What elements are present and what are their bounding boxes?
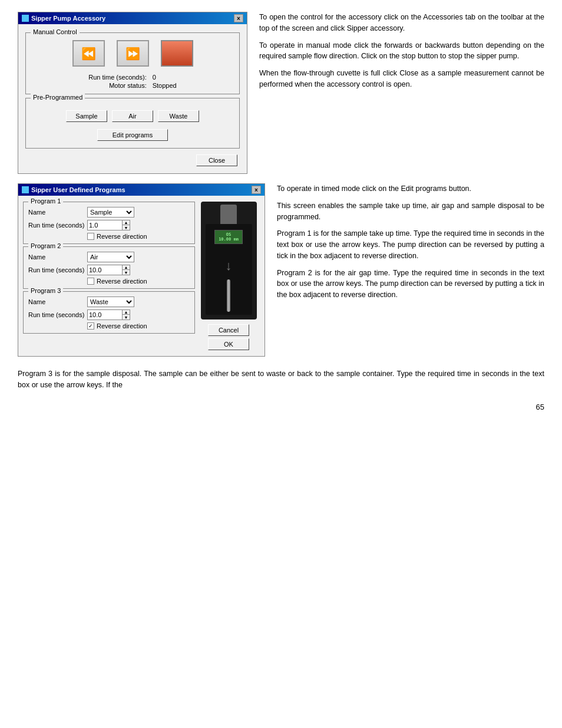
device-tube [227,279,230,312]
screen-line1: OS [216,232,241,237]
prog2-runtime-wrap: ▲ ▼ [87,265,130,275]
prog1-name-select[interactable]: Sample [87,207,134,218]
sipper-pump-dialog: Sipper Pump Accessory × Manual Control ⏪… [18,12,247,174]
bottom-text-column: To operate in timed mode click on the Ed… [277,183,544,357]
prog3-reverse-checkbox[interactable]: ✓ [87,322,94,330]
image-panel: OS 10.00 mm ↓ Cancel OK [196,199,261,353]
text-para6: Program 1 is for the sample take up time… [277,228,544,261]
waste-button[interactable]: Waste [158,110,199,122]
device-cap [220,205,237,225]
prog2-name-input-wrap: Air [87,252,134,262]
device-image: OS 10.00 mm ↓ [201,202,257,319]
titlebar-left: Sipper Pump Accessory [22,15,105,22]
udp-close-icon[interactable]: × [252,186,261,194]
bottom-text-area: Program 3 is for the sample disposal. Th… [18,368,544,391]
program2-group: Program 2 Name Air Run time (seconds) [23,246,195,289]
program1-group: Program 1 Name Sample Run time (seconds) [23,202,195,244]
program3-label: Program 3 [28,287,63,294]
prog2-reverse-checkbox[interactable] [87,278,94,285]
stop-button[interactable] [161,40,193,67]
preprog-buttons: Sample Air Waste [31,106,234,122]
page-content: Sipper Pump Accessory × Manual Control ⏪… [18,12,544,411]
titlebar-icon [22,15,29,22]
program3-group: Program 3 Name Waste Run time (seconds) [23,291,195,334]
prog1-spin-up[interactable]: ▲ [123,220,130,225]
prog2-spin-down[interactable]: ▼ [123,270,130,275]
edit-programs-button[interactable]: Edit programs [97,129,168,141]
prog1-name-row: Name Sample [28,207,190,218]
prog1-checkbox-row: Reverse direction [87,233,190,240]
text-para3: When the flow-through cuvette is full cl… [259,68,544,90]
bottom-para1: Program 3 is for the sample disposal. Th… [18,368,544,391]
prog2-spin-arrows: ▲ ▼ [123,265,130,275]
prog3-name-label: Name [28,298,87,305]
sipper-pump-titlebar: Sipper Pump Accessory × [18,12,247,24]
close-icon[interactable]: × [234,14,243,22]
manual-control-label: Manual Control [31,28,80,35]
prog3-spin-arrows: ▲ ▼ [123,309,130,320]
prog3-name-input-wrap: Waste [87,297,134,307]
prog1-name-label: Name [28,209,87,216]
prog1-spin-down[interactable]: ▼ [123,225,130,230]
prog3-name-row: Name Waste [28,297,190,307]
top-section: Sipper Pump Accessory × Manual Control ⏪… [18,12,544,174]
prog1-runtime-input[interactable] [87,220,123,230]
prog2-name-select[interactable]: Air [87,252,134,262]
text-para1: To open the control for the accessory cl… [259,12,544,34]
prog1-reverse-checkbox[interactable] [87,233,94,240]
manual-control-area: ⏪ ⏩ Run time (seconds): 0 Motor status: … [31,35,234,89]
prog3-runtime-wrap: ▲ ▼ [87,309,130,320]
sample-button[interactable]: Sample [66,110,107,122]
status-grid: Run time (seconds): 0 Motor status: Stop… [88,74,176,89]
prog2-spin-up[interactable]: ▲ [123,265,130,270]
motor-status-label: Motor status: [88,82,146,89]
text-para5: This screen enables the sample take up t… [277,200,544,223]
page-number: 65 [18,403,544,411]
prog2-reverse-label: Reverse direction [97,278,147,285]
sipper-pump-body: Manual Control ⏪ ⏩ Run time (seconds): 0… [18,24,247,173]
manual-control-group: Manual Control ⏪ ⏩ Run time (seconds): 0… [25,32,240,94]
air-button[interactable]: Air [112,110,153,122]
ok-button[interactable]: OK [208,338,249,350]
prog3-reverse-label: Reverse direction [97,322,147,330]
prog2-name-row: Name Air [28,252,190,262]
prog3-runtime-input[interactable] [87,309,123,320]
sipper-udp-dialog: Sipper User Defined Programs × Program 1… [18,183,265,357]
forward-button[interactable]: ⏩ [117,40,149,67]
cancel-button[interactable]: Cancel [208,324,249,336]
prog2-runtime-label: Run time (seconds) [28,266,87,274]
prog1-reverse-label: Reverse direction [97,233,147,240]
prog1-name-input-wrap: Sample [87,207,134,218]
close-row: Close [23,152,242,169]
device-body: OS 10.00 mm ↓ [206,224,252,315]
top-text-column: To open the control for the accessory cl… [259,12,544,174]
close-button[interactable]: Close [196,154,237,166]
prog2-checkbox-row: Reverse direction [87,278,190,285]
prog2-name-label: Name [28,253,87,261]
prog3-spin-down[interactable]: ▼ [123,315,130,319]
udp-dialog-buttons: Cancel OK [199,324,259,350]
prog3-runtime-label: Run time (seconds) [28,311,87,318]
device-screen: OS 10.00 mm [214,230,243,244]
pre-programmed-label: Pre-Programmed [31,94,85,101]
sipper-udp-titlebar: Sipper User Defined Programs × [18,184,265,196]
sipper-udp-title: Sipper User Defined Programs [31,186,125,193]
udp-titlebar-icon [22,186,29,193]
prog3-runtime-row: Run time (seconds) ▲ ▼ [28,309,190,320]
backward-button[interactable]: ⏪ [72,40,105,67]
prog1-spin-arrows: ▲ ▼ [123,220,130,230]
sipper-pump-title: Sipper Pump Accessory [31,15,105,22]
prog2-runtime-row: Run time (seconds) ▲ ▼ [28,265,190,275]
programs-panel: Program 1 Name Sample Run time (seconds) [22,199,196,353]
motor-status-value: Stopped [153,82,177,89]
text-para2: To operate in manual mode click the forw… [259,40,544,62]
screen-line2: 10.00 mm [216,237,241,242]
prog3-spin-up[interactable]: ▲ [123,310,130,315]
sudp-body: Program 1 Name Sample Run time (seconds) [18,196,265,356]
text-para4: To operate in timed mode click on the Ed… [277,183,544,195]
prog1-runtime-wrap: ▲ ▼ [87,220,130,230]
prog2-runtime-input[interactable] [87,265,123,275]
prog3-checkbox-row: ✓ Reverse direction [87,322,190,330]
prog3-name-select[interactable]: Waste [87,297,134,307]
run-time-value: 0 [153,74,177,81]
